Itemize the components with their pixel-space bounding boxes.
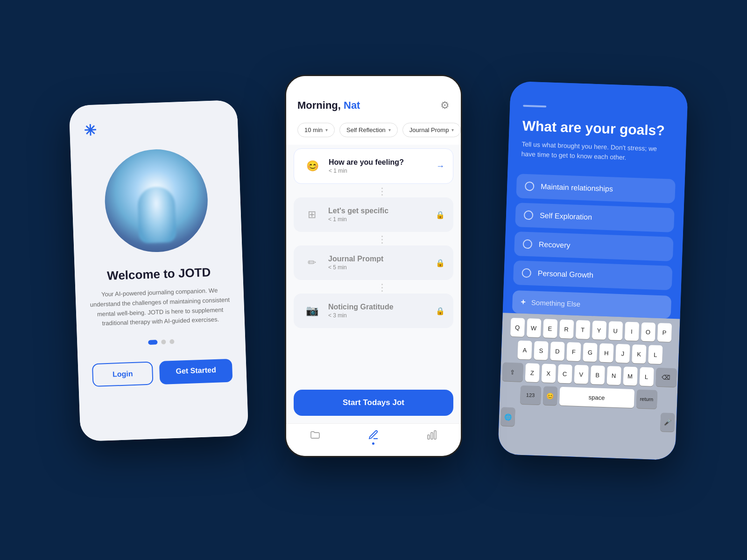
activity-card-4[interactable]: 📷 Noticing Gratitude < 3 min 🔒 [294,294,453,328]
goal-label-4: Personal Growth [537,269,593,280]
chevron-down-icon: ▾ [325,127,328,133]
goal-label-2: Self Exploration [540,211,592,222]
connector-2 [310,234,453,245]
filter-row: 10 min ▾ Self Reflection ▾ Journal Promp… [286,119,461,145]
filter-time-label: 10 min [304,126,323,133]
chevron-down-icon: ▾ [451,127,454,133]
activity-card-3[interactable]: ✏ Journal Prompt < 5 min 🔒 [294,245,453,280]
activity-card-2[interactable]: ⊞ Let's get specific < 1 min 🔒 [294,197,453,232]
emoji-key[interactable]: 😊 [543,386,557,405]
backspace-key[interactable]: ⌫ [655,368,677,387]
lock-icon-3: 🔒 [436,259,445,267]
bottom-navigation [286,423,461,456]
goals-subtitle: Tell us what brought you here. Don't str… [521,140,673,164]
key-m[interactable]: M [623,366,637,385]
activity-info-4: Noticing Gratitude < 3 min [328,303,429,319]
key-c[interactable]: C [557,364,572,384]
greeting-name: Nat [344,99,360,111]
filter-type[interactable]: Self Reflection ▾ [339,123,398,137]
connector-3 [310,282,453,294]
key-a[interactable]: A [517,340,532,359]
filter-prompt[interactable]: Journal Promp ▾ [402,123,461,137]
keyboard-row-2: A S D F G H J K L [503,340,677,364]
key-j[interactable]: J [615,344,630,363]
goal-option-1[interactable]: Maintain relationships [516,174,676,203]
login-button[interactable]: Login [92,362,154,387]
radio-personal-growth[interactable] [521,268,531,278]
something-else-input[interactable] [531,298,663,311]
goal-option-2[interactable]: Self Exploration [515,203,675,232]
radio-self-exploration[interactable] [524,210,534,220]
key-q[interactable]: Q [510,318,524,337]
progress-indicator [523,105,546,108]
key-i[interactable]: I [624,322,639,341]
mic-key[interactable]: 🎤 [660,413,675,432]
key-r[interactable]: R [559,320,573,339]
nav-pen[interactable] [368,429,379,445]
filter-prompt-label: Journal Promp [409,126,449,133]
filter-time[interactable]: 10 min ▾ [297,123,335,137]
globe-key[interactable]: 🌐 [500,407,515,426]
goals-header: What are your goals? Tell us what brough… [507,81,688,176]
space-key[interactable]: space [559,387,634,408]
connector-1 [310,186,453,197]
key-t[interactable]: T [575,320,590,339]
lock-icon-2: 🔒 [436,210,445,219]
feeling-icon: 😊 [303,156,322,176]
key-h[interactable]: H [599,343,613,363]
filter-type-label: Self Reflection [346,126,386,133]
dot-1[interactable] [148,340,157,345]
activity-time-3: < 5 min [328,264,429,271]
nav-chart[interactable] [426,429,437,445]
key-w[interactable]: W [526,318,541,337]
key-p[interactable]: P [657,323,671,342]
key-f[interactable]: F [566,342,581,361]
center-header: Morning, Nat ⚙ [286,76,461,119]
nav-folder[interactable] [310,429,321,445]
key-o[interactable]: O [641,322,655,342]
goal-option-3[interactable]: Recovery [514,231,674,261]
radio-maintain[interactable] [525,182,535,191]
key-g[interactable]: G [583,343,597,362]
goals-title: What are your goals? [522,118,674,139]
key-b[interactable]: B [590,365,605,385]
keyboard-row-5: 🌐 🎤 [500,407,675,432]
lock-icon-4: 🔒 [436,307,445,315]
key-l2[interactable]: L [639,367,654,386]
arrow-right-icon: → [436,161,444,171]
phone-left: ✳ Welcome to JOTD Your AI-powered journa… [69,100,249,441]
plus-icon: + [521,297,526,307]
numbers-key[interactable]: 123 [520,385,541,405]
key-l[interactable]: L [648,345,662,364]
key-d[interactable]: D [550,342,564,361]
key-s[interactable]: S [534,341,548,360]
return-key[interactable]: return [636,389,657,409]
camera-icon: 📷 [302,301,322,321]
goals-list: Maintain relationships Self Exploration … [504,169,685,294]
key-k[interactable]: K [632,344,646,364]
key-z[interactable]: Z [525,363,539,382]
key-n[interactable]: N [606,366,621,385]
activity-card-1[interactable]: 😊 How are you feeling? < 1 min → [294,148,453,184]
scene: ✳ Welcome to JOTD Your AI-powered journa… [47,47,700,513]
chevron-down-icon: ▾ [388,127,391,133]
settings-icon[interactable]: ⚙ [440,99,450,112]
dot-3[interactable] [169,339,174,344]
activities-list: 😊 How are you feeling? < 1 min → ⊞ [286,145,461,384]
shift-key[interactable]: ⇧ [502,362,523,382]
goal-option-4[interactable]: Personal Growth [513,260,673,290]
key-v[interactable]: V [574,365,588,384]
greeting: Morning, Nat [297,99,360,112]
start-jot-button[interactable]: Start Todays Jot [294,390,453,416]
radio-recovery[interactable] [523,239,533,249]
svg-rect-2 [434,431,436,439]
key-u[interactable]: U [608,321,622,340]
key-x[interactable]: X [541,364,556,383]
key-y[interactable]: Y [592,321,606,340]
get-started-button[interactable]: Get Started [159,359,233,385]
activity-time-4: < 3 min [328,312,429,319]
keyboard-row-4: 123 😊 space return [501,385,676,409]
key-e[interactable]: E [543,319,557,338]
activity-time-2: < 1 min [328,216,429,223]
dot-2[interactable] [161,340,166,344]
